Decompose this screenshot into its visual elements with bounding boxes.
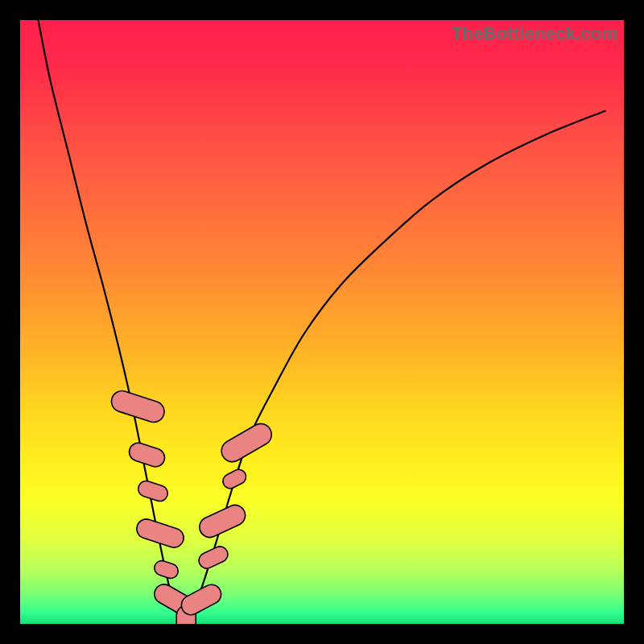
chart-frame: TheBottleneck.com: [0, 0, 644, 644]
curve-line: [39, 20, 606, 624]
plot-area: TheBottleneck.com: [20, 20, 624, 624]
bead-marker: [221, 467, 249, 491]
bead-marker: [136, 479, 170, 503]
bead-marker: [196, 502, 249, 540]
bead-marker: [127, 440, 167, 469]
bead-marker: [152, 559, 180, 580]
bottleneck-chart: [20, 20, 624, 624]
bead-marker: [217, 419, 275, 465]
bead-marker: [196, 544, 230, 572]
beads-group: [109, 388, 275, 624]
bead-marker: [109, 388, 167, 425]
